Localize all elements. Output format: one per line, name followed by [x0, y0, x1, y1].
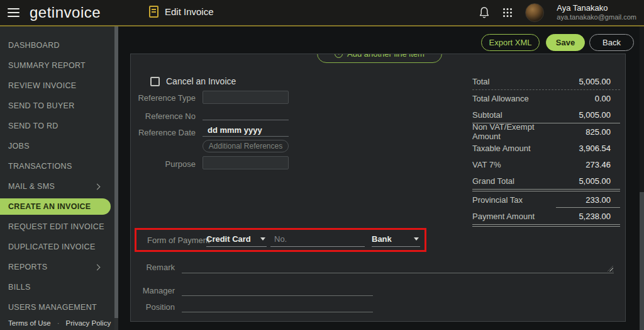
reference-no-label: Reference No — [131, 111, 196, 121]
top-bar: getinvoice Edit Invoice Aya Tan — [0, 0, 644, 26]
user-name: Aya Tanakako — [557, 3, 636, 13]
sidebar-item-label: SUMMARY REPORT — [8, 61, 86, 70]
sidebar-item-jobs[interactable]: JOBS — [0, 136, 114, 156]
sidebar-item-label: REQUEST EDIT INVOICE — [8, 222, 104, 231]
sidebar-item-label: SEND TO BUYER — [8, 101, 75, 110]
terms-of-use-link[interactable]: Terms of Use — [8, 319, 51, 327]
sidebar-item-label: MAIL & SMS — [8, 182, 55, 191]
sidebar-footer: Terms of Use · Privacy Policy — [8, 319, 111, 327]
sidebar-item-label: REVIEW INVOICE — [8, 81, 76, 90]
totals-row-value: 825.00 — [556, 124, 620, 140]
sidebar-item-mail-sms[interactable]: MAIL & SMS — [0, 176, 114, 196]
app-window: getinvoice Edit Invoice Aya Tan — [0, 0, 644, 330]
totals-row-label: Total Allowance — [472, 94, 556, 103]
sidebar-item-summary-report[interactable]: SUMMARY REPORT — [0, 55, 114, 76]
hamburger-menu-icon[interactable] — [8, 8, 19, 17]
reference-date-label: Reference Date — [131, 128, 196, 137]
totals-row: Grand Total 5,005.00 — [472, 173, 620, 189]
totals-row-value: 233.00 — [556, 192, 620, 208]
sidebar-item-label: CREATE AN INVOICE — [8, 202, 91, 211]
sidebar-item-dashboard[interactable]: DASHBOARD — [0, 35, 114, 55]
apps-grid-icon[interactable] — [502, 8, 513, 18]
reference-date-input[interactable]: dd mmm yyyy — [203, 124, 289, 137]
sidebar-item-request-edit-invoice[interactable]: REQUEST EDIT INVOICE — [0, 217, 114, 237]
sidebar-item-users-management[interactable]: USERS MANAGEMENT — [0, 297, 114, 317]
page-title: Edit Invoice — [165, 6, 214, 17]
sidebar-item-transactions[interactable]: TRANSACTIONS — [0, 156, 114, 176]
payment-method-select[interactable]: Credit Card — [206, 232, 267, 247]
privacy-policy-link[interactable]: Privacy Policy — [66, 319, 111, 327]
reference-date-placeholder: dd mmm yyyy — [203, 124, 289, 136]
caret-down-icon — [414, 237, 419, 241]
sidebar-item-label: DUPLICATED INVOICE — [8, 242, 96, 251]
app-logo: getinvoice — [30, 4, 101, 21]
totals-row: VAT 7% 273.46 — [472, 156, 620, 173]
main-scrollbar-thumb[interactable] — [640, 192, 644, 330]
reference-type-input[interactable] — [203, 91, 289, 104]
totals-row: Total Allowance 0.00 — [472, 90, 620, 106]
chevron-right-icon — [94, 183, 101, 190]
plus-circle-icon: + — [335, 54, 343, 58]
totals-row: Provincial Tax 233.00 — [472, 191, 620, 208]
payment-method-value: Credit Card — [206, 234, 251, 244]
payment-no-input[interactable]: No. — [270, 232, 365, 247]
totals-row-value: 5,005.00 — [556, 74, 620, 89]
cancel-invoice-checkbox[interactable] — [150, 77, 160, 86]
totals-row: Non VAT/Exempt Amount 825.00 — [472, 123, 620, 140]
sidebar-item-send-to-rd[interactable]: SEND TO RD — [0, 116, 114, 136]
sidebar-item-label: TRANSACTIONS — [8, 162, 72, 171]
totals-row-label: Provincial Tax — [472, 195, 556, 205]
save-button[interactable]: Save — [546, 34, 585, 51]
additional-references-button[interactable]: Additional References — [203, 140, 289, 152]
resize-handle-icon[interactable] — [608, 266, 613, 271]
sidebar-item-review-invoice[interactable]: REVIEW INVOICE — [0, 76, 114, 96]
invoice-icon — [149, 6, 158, 18]
reference-no-input[interactable] — [203, 108, 289, 120]
totals-row-value: 3,906.54 — [556, 140, 620, 156]
totals-row-value: 5,005.00 — [556, 173, 620, 189]
sidebar-item-send-to-buyer[interactable]: SEND TO BUYER — [0, 96, 114, 116]
payment-bank-select[interactable]: Bank — [372, 232, 420, 247]
footer-separator: · — [57, 319, 60, 327]
totals-row: Subtotal 5,005.00 — [472, 106, 620, 123]
purpose-input[interactable] — [203, 156, 289, 169]
add-line-item-label: Add another line item — [347, 54, 425, 59]
notifications-bell-icon[interactable] — [479, 6, 490, 19]
remark-label: Remark — [131, 263, 175, 272]
sidebar-item-label: BILLS — [8, 283, 31, 292]
totals-divider — [472, 224, 620, 227]
sidebar-item-label: USERS MANAGEMENT — [8, 303, 97, 312]
totals-row-value: 273.46 — [556, 157, 620, 173]
invoice-card: + Add another line item Cancel an Invoic… — [130, 54, 626, 322]
totals-row-label: Subtotal — [472, 110, 556, 120]
sidebar-item-label: JOBS — [8, 142, 30, 151]
page-title-group: Edit Invoice — [149, 6, 214, 18]
purpose-label: Purpose — [131, 159, 196, 169]
sidebar-item-label: DASHBOARD — [8, 41, 60, 50]
totals-row-label: VAT 7% — [472, 160, 556, 169]
totals-row-label: Payment Amount — [472, 212, 556, 221]
add-line-item-button[interactable]: + Add another line item — [317, 54, 442, 63]
user-avatar[interactable] — [525, 3, 544, 22]
sidebar-item-label: REPORTS — [8, 263, 47, 271]
chevron-right-icon — [94, 264, 101, 270]
sidebar-item-duplicated-invoice[interactable]: DUPLICATED INVOICE — [0, 237, 114, 257]
position-input[interactable] — [182, 299, 373, 312]
remark-textarea[interactable] — [182, 259, 614, 273]
export-xml-button[interactable]: Export XML — [481, 34, 540, 51]
sidebar-item-reports[interactable]: REPORTS — [0, 257, 114, 277]
totals-row-label: Taxable Amount — [472, 144, 556, 153]
sidebar-nav: DASHBOARD SUMMARY REPORT REVIEW INVOICE … — [0, 26, 114, 317]
form-of-payment-label: Form of Payment — [147, 236, 210, 245]
totals-row: Payment Amount 5,238.00 — [472, 208, 620, 224]
back-button[interactable]: Back — [589, 34, 634, 51]
sidebar-item-bills[interactable]: BILLS — [0, 277, 114, 297]
totals-row: Total 5,005.00 — [472, 73, 620, 89]
sidebar-item-create-an-invoice[interactable]: CREATE AN INVOICE — [0, 198, 111, 215]
main-scrollbar[interactable] — [640, 26, 644, 330]
reference-type-label: Reference Type — [131, 93, 196, 103]
user-info: Aya Tanakako aya.tanakako@gmail.com — [557, 3, 636, 22]
position-label: Position — [131, 302, 175, 312]
manager-input[interactable] — [182, 282, 373, 296]
manager-label: Manager — [131, 286, 175, 295]
